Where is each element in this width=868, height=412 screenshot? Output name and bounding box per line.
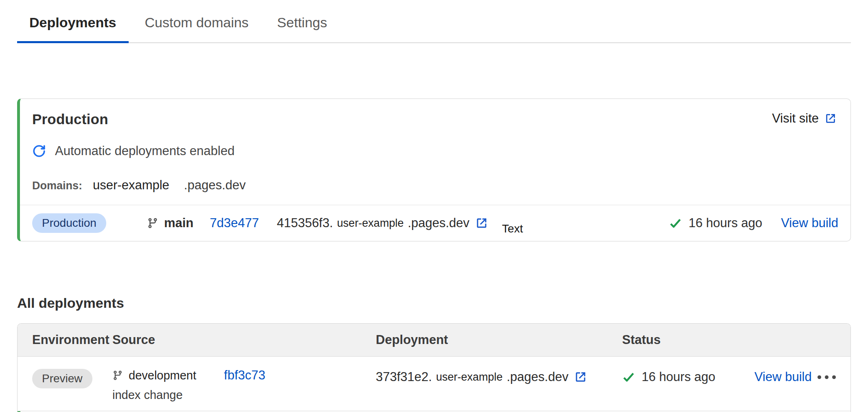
refresh-icon: [32, 144, 46, 158]
tab-custom-domains[interactable]: Custom domains: [133, 8, 261, 43]
deployment-project: user-example: [436, 371, 503, 384]
automatic-deployments-text: Automatic deployments enabled: [55, 144, 235, 158]
all-deployments-title: All deployments: [17, 295, 851, 311]
deployment-status: 16 hours ago: [622, 370, 715, 384]
status-time: 16 hours ago: [642, 370, 715, 384]
production-card: Production Visit site: [17, 99, 851, 241]
deployment-project: user-example: [337, 217, 404, 230]
deployment-id: 373f31e2.: [376, 370, 432, 384]
environment-badge: Production: [32, 213, 106, 233]
view-build-link[interactable]: View build: [781, 216, 838, 230]
deployment-suffix: .pages.dev: [408, 216, 469, 230]
column-deployment: Deployment: [376, 333, 622, 347]
deployment-id: 415356f3.: [277, 216, 333, 230]
branch-name: development: [129, 369, 196, 382]
column-environment: Environment: [32, 333, 112, 347]
environment-badge: Preview: [32, 369, 92, 388]
domains-row: Domains: user-example .pages.dev: [32, 178, 837, 193]
git-branch-icon: [147, 217, 158, 229]
column-status: Status: [622, 333, 850, 347]
commit-message: Text: [502, 222, 523, 235]
automatic-deployments-status: Automatic deployments enabled: [32, 144, 837, 158]
commit-message: index change: [112, 388, 376, 402]
production-deployment-row: Production main 7d3e477 415356f3. user-e…: [20, 205, 850, 241]
commit-hash-link[interactable]: fbf3c73: [224, 368, 265, 383]
git-branch-icon: [112, 370, 123, 381]
external-link-icon: [824, 112, 837, 125]
check-icon: [622, 370, 635, 384]
more-options-button[interactable]: [817, 373, 837, 381]
commit-hash-link[interactable]: 7d3e477: [210, 216, 259, 230]
status-time: 16 hours ago: [688, 216, 762, 230]
status-cell: 16 hours ago View build: [622, 368, 850, 384]
environment-cell: Preview: [32, 368, 112, 388]
deployment-suffix: .pages.dev: [507, 370, 569, 384]
table-header: Environment Source Deployment Status: [18, 324, 850, 357]
deployments-table: Environment Source Deployment Status Pre…: [17, 323, 851, 412]
source-branch: development fbf3c73: [112, 368, 265, 383]
domain-name: user-example: [93, 178, 169, 193]
table-row: Preview development fbf3c73 index change: [18, 357, 850, 411]
deployment-url: 415356f3. user-example .pages.dev: [277, 216, 488, 230]
production-card-header: Production Visit site: [20, 99, 850, 205]
visit-site-label: Visit site: [772, 111, 819, 126]
branch-name: main: [164, 216, 193, 230]
external-link-icon[interactable]: [475, 217, 488, 230]
tab-settings[interactable]: Settings: [265, 8, 340, 43]
deployment-url: 373f31e2. user-example .pages.dev: [376, 370, 587, 384]
tab-bar: Deployments Custom domains Settings: [17, 0, 851, 43]
deployment-status: 16 hours ago View build: [669, 216, 838, 230]
source-cell: development fbf3c73 index change: [112, 368, 376, 402]
pages-project-page: Deployments Custom domains Settings Prod…: [0, 0, 868, 412]
production-title: Production: [32, 111, 108, 127]
external-link-icon[interactable]: [574, 370, 587, 384]
deployment-cell: 373f31e2. user-example .pages.dev: [376, 368, 622, 384]
tab-deployments[interactable]: Deployments: [17, 8, 129, 43]
column-source: Source: [112, 333, 376, 347]
domains-label: Domains:: [32, 180, 82, 192]
check-icon: [669, 217, 682, 230]
visit-site-link[interactable]: Visit site: [772, 111, 837, 126]
view-build-link[interactable]: View build: [754, 370, 812, 384]
domain-suffix: .pages.dev: [184, 178, 246, 193]
source-branch: main: [147, 216, 193, 230]
